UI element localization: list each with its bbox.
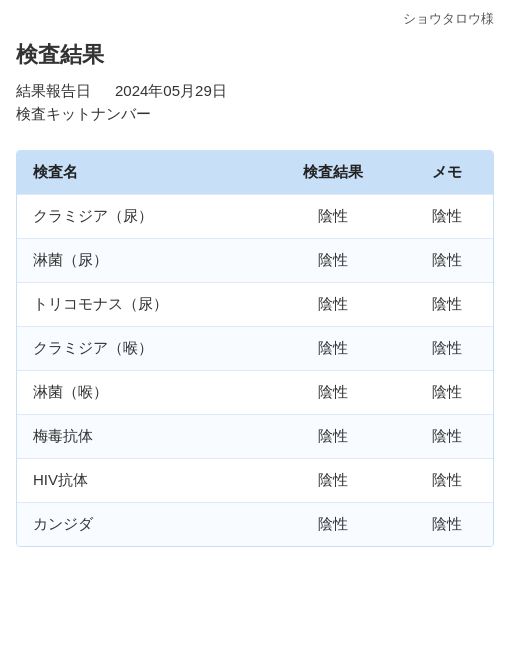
- date-value: 2024年05月29日: [115, 82, 227, 101]
- cell-test-memo: 陰性: [401, 503, 493, 547]
- date-label: 結果報告日: [16, 82, 91, 101]
- cell-test-result: 陰性: [265, 283, 401, 327]
- col-header-result: 検査結果: [265, 151, 401, 195]
- table-header-row: 検査名 検査結果 メモ: [17, 151, 493, 195]
- results-table-wrapper: 検査名 検査結果 メモ クラミジア（尿）陰性陰性淋菌（尿）陰性陰性トリコモナス（…: [16, 150, 494, 547]
- cell-test-name: 淋菌（喉）: [17, 371, 265, 415]
- results-table: 検査名 検査結果 メモ クラミジア（尿）陰性陰性淋菌（尿）陰性陰性トリコモナス（…: [17, 151, 493, 546]
- cell-test-result: 陰性: [265, 459, 401, 503]
- cell-test-name: HIV抗体: [17, 459, 265, 503]
- cell-test-result: 陰性: [265, 371, 401, 415]
- table-row: クラミジア（尿）陰性陰性: [17, 195, 493, 239]
- page-title: 検査結果: [0, 32, 510, 76]
- table-row: 淋菌（尿）陰性陰性: [17, 239, 493, 283]
- cell-test-memo: 陰性: [401, 459, 493, 503]
- cell-test-memo: 陰性: [401, 195, 493, 239]
- table-row: 淋菌（喉）陰性陰性: [17, 371, 493, 415]
- cell-test-result: 陰性: [265, 327, 401, 371]
- kit-row: 検査キットナンバー: [16, 103, 494, 126]
- cell-test-name: 淋菌（尿）: [17, 239, 265, 283]
- col-header-memo: メモ: [401, 151, 493, 195]
- cell-test-name: 梅毒抗体: [17, 415, 265, 459]
- kit-label: 検査キットナンバー: [16, 105, 151, 124]
- cell-test-name: トリコモナス（尿）: [17, 283, 265, 327]
- col-header-name: 検査名: [17, 151, 265, 195]
- cell-test-name: クラミジア（喉）: [17, 327, 265, 371]
- cell-test-name: クラミジア（尿）: [17, 195, 265, 239]
- table-row: カンジダ陰性陰性: [17, 503, 493, 547]
- cell-test-memo: 陰性: [401, 415, 493, 459]
- table-row: HIV抗体陰性陰性: [17, 459, 493, 503]
- cell-test-memo: 陰性: [401, 371, 493, 415]
- cell-test-name: カンジダ: [17, 503, 265, 547]
- cell-test-result: 陰性: [265, 415, 401, 459]
- user-greeting: ショウタロウ様: [0, 0, 510, 32]
- cell-test-result: 陰性: [265, 503, 401, 547]
- cell-test-result: 陰性: [265, 195, 401, 239]
- cell-test-memo: 陰性: [401, 239, 493, 283]
- date-row: 結果報告日 2024年05月29日: [16, 80, 494, 103]
- cell-test-result: 陰性: [265, 239, 401, 283]
- table-row: クラミジア（喉）陰性陰性: [17, 327, 493, 371]
- cell-test-memo: 陰性: [401, 327, 493, 371]
- table-row: トリコモナス（尿）陰性陰性: [17, 283, 493, 327]
- table-row: 梅毒抗体陰性陰性: [17, 415, 493, 459]
- cell-test-memo: 陰性: [401, 283, 493, 327]
- meta-section: 結果報告日 2024年05月29日 検査キットナンバー: [0, 76, 510, 142]
